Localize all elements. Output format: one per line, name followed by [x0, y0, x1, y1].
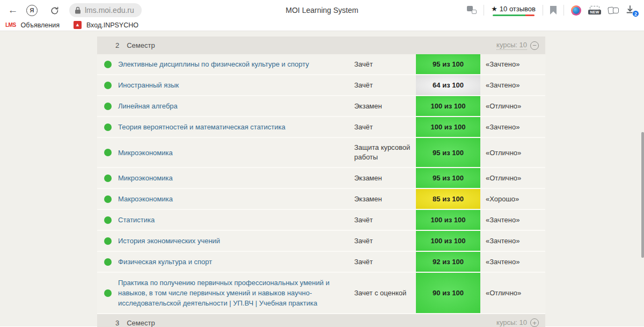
courses-count-link[interactable]: курсы: 10 — [496, 318, 527, 327]
semester-number: 3 — [115, 319, 119, 327]
status-dot-cell — [97, 96, 118, 116]
table-row: История экономических ученийЗачёт100 из … — [97, 231, 545, 252]
course-name-cell: Практика по получению первичных професси… — [118, 273, 354, 313]
table-row: Теория вероятностей и математическая ста… — [97, 117, 545, 138]
divider — [564, 5, 564, 16]
refresh-icon — [50, 6, 59, 15]
grades-table: 2 Семестр курсы: 10 − Элективные дисципл… — [97, 37, 545, 327]
expand-semester-icon[interactable]: + — [530, 318, 539, 327]
divider — [484, 5, 484, 16]
assessment-type: Экзамен — [354, 189, 416, 209]
course-link[interactable]: История экономических учений — [118, 236, 220, 246]
bookmark-label: Объявления — [21, 21, 60, 29]
bookmark-label: Вход.INPSYCHO — [86, 21, 138, 29]
grade-text: «Зачтено» — [480, 54, 545, 74]
course-link[interactable]: Микроэкономика — [118, 148, 173, 158]
rating-count: 10 отзывов — [500, 5, 536, 13]
site-rating[interactable]: ★ 10 отзывов — [491, 5, 536, 16]
page-content: 2 Семестр курсы: 10 − Элективные дисципл… — [0, 31, 644, 326]
toolbar-right-icons: ★ 10 отзывов NEW 2 — [467, 5, 639, 16]
assessment-type: Зачет с оценкой — [354, 273, 416, 313]
course-name-cell: Микроэкономика — [118, 168, 354, 188]
course-link[interactable]: Практика по получению первичных професси… — [118, 278, 347, 308]
green-status-icon — [104, 103, 112, 110]
course-link[interactable]: Линейная алгебра — [118, 101, 178, 111]
downloads-button[interactable]: 2 — [626, 5, 636, 15]
status-dot-cell — [97, 252, 118, 272]
course-link[interactable]: Микроэкономика — [118, 173, 173, 183]
table-row: Элективные дисциплины по физической куль… — [97, 54, 545, 75]
browser-toolbar: ← Я lms.moi.edu.ru MOI Learning System ★… — [0, 0, 644, 20]
scrollbar-thumb[interactable] — [641, 132, 644, 258]
bookmark-inpsycho[interactable]: ▲ Вход.INPSYCHO — [74, 21, 138, 29]
course-link[interactable]: Иностранный язык — [118, 80, 179, 90]
url-text: lms.moi.edu.ru — [85, 6, 134, 14]
bookmark-announcements[interactable]: LMS Объявления — [5, 21, 60, 29]
grade-text: «Зачтено» — [480, 231, 545, 251]
score-badge: 95 из 100 — [416, 168, 480, 188]
collections-icon[interactable] — [608, 6, 619, 15]
table-row: МакроэкономикаЭкзамен85 из 100«Хорошо» — [97, 189, 545, 210]
green-status-icon — [104, 289, 112, 297]
grade-text: «Зачтено» — [480, 117, 545, 137]
star-icon: ★ — [491, 5, 497, 13]
course-name-cell: Элективные дисциплины по физической куль… — [118, 54, 354, 74]
table-row: Практика по получению первичных професси… — [97, 273, 545, 314]
semester-number: 2 — [115, 41, 119, 49]
score-badge: 95 из 100 — [416, 54, 480, 74]
assessment-type: Зачёт — [354, 231, 416, 251]
status-dot-cell — [97, 168, 118, 188]
address-bar[interactable]: lms.moi.edu.ru — [69, 3, 142, 17]
green-status-icon — [104, 82, 112, 89]
course-link[interactable]: Теория вероятностей и математическая ста… — [118, 122, 286, 132]
grade-text: «Зачтено» — [480, 210, 545, 230]
browser-orb-icon[interactable] — [571, 5, 581, 16]
collapse-semester-icon[interactable]: − — [530, 41, 539, 50]
grade-text: «Хорошо» — [480, 189, 545, 209]
refresh-button[interactable] — [47, 3, 62, 18]
course-name-cell: Статистика — [118, 210, 354, 230]
page-title: MOI Learning System — [286, 6, 358, 14]
grade-text: «Зачтено» — [480, 252, 545, 272]
course-link[interactable]: Статистика — [118, 215, 155, 225]
status-dot-cell — [97, 138, 118, 167]
course-name-cell: Макроэкономика — [118, 189, 354, 209]
assessment-type: Зачёт — [354, 252, 416, 272]
course-name-cell: История экономических учений — [118, 231, 354, 251]
courses-count-link[interactable]: курсы: 10 — [496, 41, 527, 50]
score-badge: 100 из 100 — [416, 96, 480, 116]
grade-text: «Отлично» — [480, 273, 545, 313]
course-link[interactable]: Элективные дисциплины по физической куль… — [118, 59, 309, 69]
table-row: МикроэкономикаЭкзамен95 из 100«Отлично» — [97, 168, 545, 189]
status-dot-cell — [97, 75, 118, 95]
new-feature-icon[interactable]: NEW — [588, 6, 601, 14]
course-link[interactable]: Макроэкономика — [118, 194, 173, 204]
grade-text: «Зачтено» — [480, 75, 545, 95]
divider — [543, 5, 543, 16]
bookmark-flag-icon[interactable] — [550, 6, 557, 14]
score-badge: 100 из 100 — [416, 117, 480, 137]
status-dot-cell — [97, 231, 118, 251]
semester-3-header: 3 Семестр курсы: 10 + — [97, 314, 545, 327]
course-link[interactable]: Физическая культура и спорт — [118, 257, 212, 267]
green-status-icon — [104, 149, 112, 156]
score-badge: 100 из 100 — [416, 231, 480, 251]
score-badge: 85 из 100 — [416, 189, 480, 209]
lock-icon — [75, 6, 81, 14]
course-name-cell: Физическая культура и спорт — [118, 252, 354, 272]
protect-icon[interactable] — [467, 6, 477, 14]
status-dot-cell — [97, 273, 118, 313]
yandex-logo-icon[interactable]: Я — [26, 5, 38, 16]
course-name-cell: Линейная алгебра — [118, 96, 354, 116]
assessment-type: Экзамен — [354, 96, 416, 116]
assessment-type: Экзамен — [354, 168, 416, 188]
back-button[interactable]: ← — [5, 3, 20, 18]
grade-text: «Отлично» — [480, 168, 545, 188]
green-status-icon — [104, 61, 112, 68]
status-dot-cell — [97, 54, 118, 74]
course-name-cell: Теория вероятностей и математическая ста… — [118, 117, 354, 137]
score-badge: 64 из 100 — [416, 75, 480, 95]
inpsycho-favicon: ▲ — [74, 21, 82, 29]
lms-favicon: LMS — [5, 22, 16, 28]
table-row: МикроэкономикаЗащита курсовой работы95 и… — [97, 138, 545, 168]
